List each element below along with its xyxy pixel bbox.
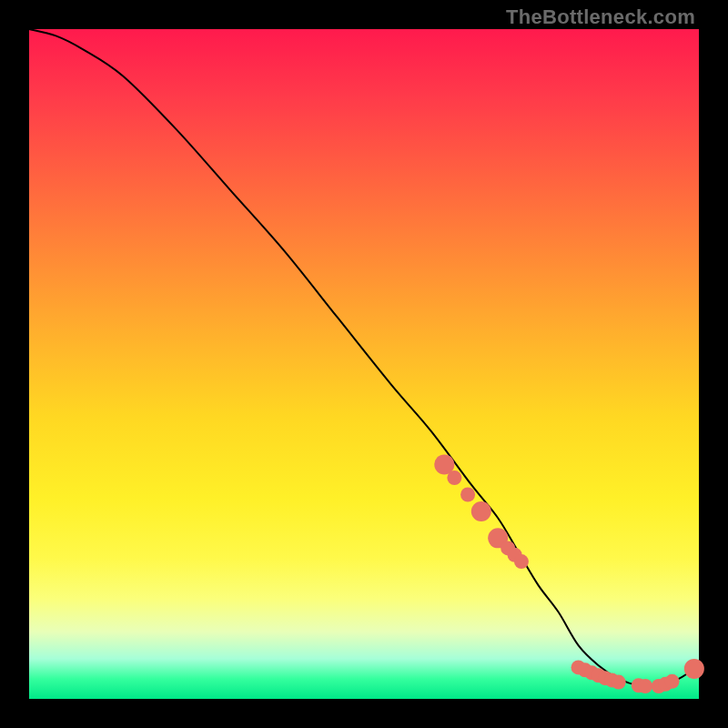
chart-marker [665,674,680,689]
chart-marker [684,659,704,679]
chart-marker [447,470,461,485]
chart-plot-area [29,29,699,699]
chart-marker [471,501,491,521]
chart-svg [29,29,699,699]
main-curve-path [29,29,699,686]
chart-marker [460,488,475,502]
chart-marker [638,679,652,693]
watermark-label: TheBottleneck.com [506,5,695,29]
chart-marker [612,675,626,690]
chart-stage: TheBottleneck.com [0,0,728,728]
chart-marker [514,554,529,569]
